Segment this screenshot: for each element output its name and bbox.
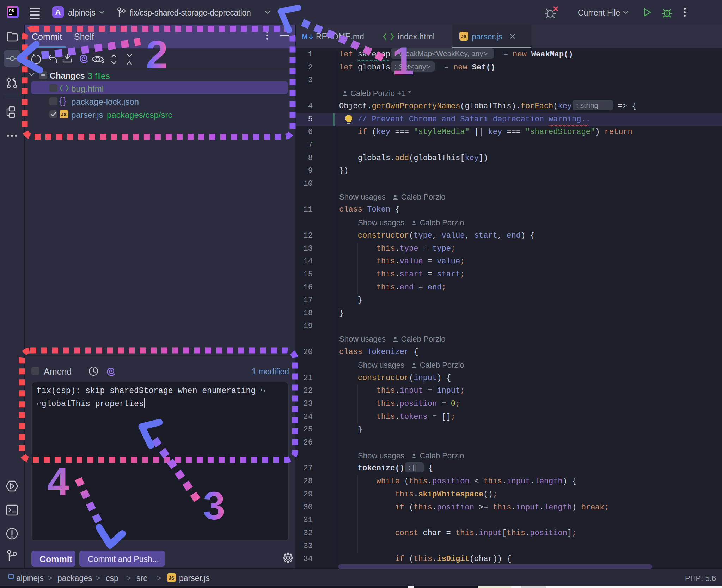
svg-text:3: 3	[203, 484, 225, 528]
svg-text:1: 1	[392, 39, 414, 83]
svg-text:4: 4	[47, 460, 69, 504]
svg-text:2: 2	[146, 32, 168, 76]
